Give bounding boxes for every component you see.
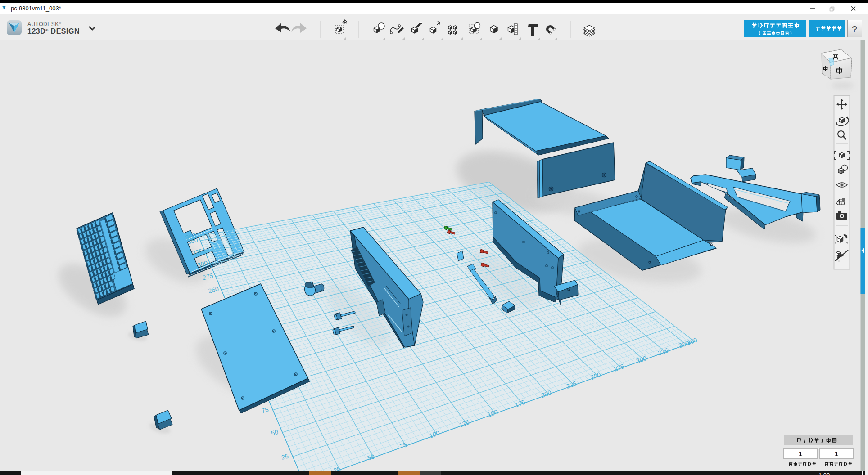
- svg-text:AUTODESK®: AUTODESK®: [27, 21, 62, 27]
- svg-text:?: ?: [852, 24, 857, 34]
- svg-text:123D® DESIGN: 123D® DESIGN: [27, 27, 80, 35]
- svg-text:1: 1: [799, 450, 802, 457]
- svg-text:pc-9801vm11_003*: pc-9801vm11_003*: [11, 5, 61, 12]
- svg-text:1.00: 1.00: [818, 472, 830, 475]
- svg-text:1: 1: [835, 450, 838, 457]
